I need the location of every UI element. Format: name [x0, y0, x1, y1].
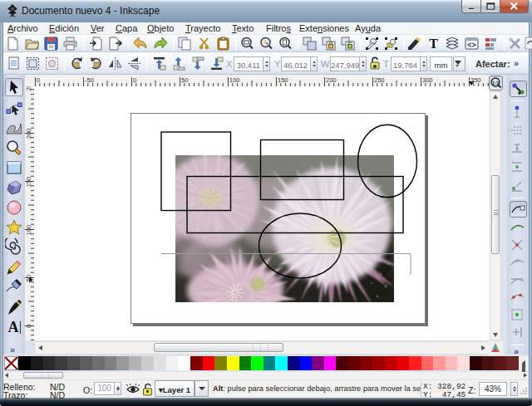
svg-text:1:1: 1:1 — [492, 81, 500, 86]
svg-text:100: 100 — [25, 225, 32, 236]
svg-text:A: A — [8, 319, 19, 335]
svg-text:50: 50 — [181, 76, 188, 84]
svg-text:200: 200 — [25, 129, 32, 139]
svg-text:250: 250 — [374, 76, 385, 84]
svg-text:100: 100 — [229, 76, 240, 84]
svg-text:200: 200 — [326, 76, 337, 84]
svg-text:300: 300 — [422, 76, 433, 84]
svg-text:0: 0 — [133, 76, 136, 84]
svg-text:-50: -50 — [85, 76, 94, 84]
svg-text:T: T — [429, 37, 438, 51]
svg-text:<>: <> — [467, 41, 476, 49]
svg-text:150: 150 — [278, 76, 288, 84]
svg-text:0: 0 — [25, 325, 32, 328]
svg-text:0: 0 — [37, 76, 40, 84]
svg-text:150: 150 — [25, 177, 32, 188]
svg-text:250: 250 — [25, 86, 32, 90]
